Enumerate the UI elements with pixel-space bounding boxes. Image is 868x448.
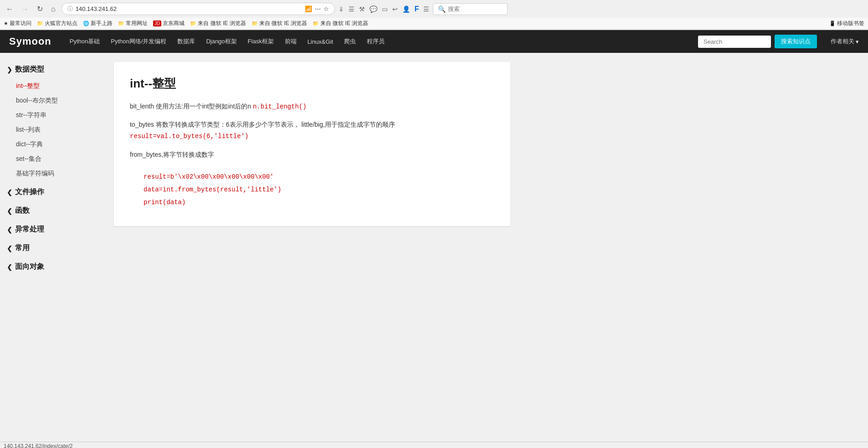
sidebar-item-dict[interactable]: dict--字典 xyxy=(14,137,93,152)
author-label: 作者相关 xyxy=(831,37,854,46)
bookmark-label: 新手上路 xyxy=(91,20,113,27)
to-bytes-text: to_bytes 将数字转换成字节类型：6表示用多少个字节表示， little/… xyxy=(130,121,395,128)
bookmark-ie1[interactable]: 📁 来自 微软 IE 浏览器 xyxy=(190,20,246,27)
sidebar-category-common-title[interactable]: ❮ 常用 xyxy=(7,241,93,256)
browser-actions: ⇓ ☰ ⚒ 💬 ▭ ↩ 👤 F ☰ xyxy=(339,5,430,13)
bit-lenth-text: bit_lenth 使用方法:用一个int型例如int后的n xyxy=(130,103,253,110)
browser-search-bar[interactable]: 🔍 xyxy=(433,3,508,15)
home-button[interactable]: ⌂ xyxy=(49,4,58,14)
category-label: 面向对象 xyxy=(15,262,44,272)
star-icon: ★ xyxy=(4,21,8,26)
sidebar-item-encoding[interactable]: 基础字符编码 xyxy=(14,166,93,181)
profile-icon[interactable]: 👤 xyxy=(402,5,410,13)
content-title: int--整型 xyxy=(130,76,494,92)
arrow-left-icon: ❮ xyxy=(7,189,12,196)
search-button[interactable]: 搜索知识点 xyxy=(775,35,817,48)
nav-django[interactable]: Django框架 xyxy=(201,34,241,49)
menu-icon[interactable]: ☰ xyxy=(423,5,429,13)
sidebar-category-data-types-title[interactable]: ❯ 数据类型 xyxy=(7,62,93,77)
bookmark-label: 来自 微软 IE 浏览器 xyxy=(198,20,246,27)
address-icon: 📶 xyxy=(305,5,312,12)
nav-python-network[interactable]: Python网络/并发编程 xyxy=(106,34,171,49)
category-label: 文件操作 xyxy=(15,187,44,197)
sidebar-item-int[interactable]: int--整型 xyxy=(14,79,93,93)
lock-icon: ⓘ xyxy=(67,5,73,13)
to-bytes-code: result=val.to_bytes(6,'little') xyxy=(130,133,248,140)
browser-search-input[interactable] xyxy=(448,5,503,12)
sidebar-category-oop-title[interactable]: ❮ 面向对象 xyxy=(7,259,93,274)
content-section-from-bytes: from_bytes,将字节转换成数字 xyxy=(130,149,494,160)
status-bar: 140.143.241.62/index/cate/2 xyxy=(0,442,868,448)
sidebar-category-file-ops-title[interactable]: ❮ 文件操作 xyxy=(7,185,93,200)
search-input[interactable] xyxy=(698,36,771,48)
sidebar-category-data-types: ❯ 数据类型 int--整型 bool--布尔类型 str--字符串 list-… xyxy=(7,62,93,181)
sidebar-category-file-ops: ❮ 文件操作 xyxy=(7,185,93,200)
mobile-icon: 📱 xyxy=(829,21,836,26)
reader-icon[interactable]: ▭ xyxy=(382,5,388,13)
sidebar-category-exceptions: ❮ 异常处理 xyxy=(7,222,93,237)
folder-icon: 📁 xyxy=(118,21,124,26)
content-area: int--整型 bit_lenth 使用方法:用一个int型例如int后的n n… xyxy=(100,53,868,442)
bookmark-mobile[interactable]: 📱 移动版书签 xyxy=(829,20,864,27)
nav-database[interactable]: 数据库 xyxy=(173,34,200,49)
arrow-down-icon: ❯ xyxy=(7,66,12,73)
code-line-2: data=int.from_bytes(result,'little') xyxy=(144,183,481,196)
download-icon[interactable]: ⇓ xyxy=(339,5,344,13)
sidebar-category-functions-title[interactable]: ❮ 函数 xyxy=(7,203,93,218)
bookmark-jd[interactable]: JD 京东商城 xyxy=(153,20,185,27)
library-icon[interactable]: ☰ xyxy=(349,5,354,13)
site-search: 搜索知识点 xyxy=(698,35,817,48)
bookmark-firefox[interactable]: 📁 火狐官方站点 xyxy=(37,20,77,27)
bookmark-ie3[interactable]: 📁 来自 微软 IE 浏览器 xyxy=(313,20,368,27)
jd-icon: JD xyxy=(153,21,161,26)
sidebar-item-bool[interactable]: bool--布尔类型 xyxy=(14,93,93,108)
site-header: Symoon Python基础 Python网络/并发编程 数据库 Django… xyxy=(0,30,868,53)
bookmark-label: 火狐官方站点 xyxy=(45,20,77,27)
sidebar-item-list[interactable]: list--列表 xyxy=(14,123,93,137)
browser-chrome: ← → ↻ ⌂ ⓘ 140.143.241.62 📶 ⋯ ☆ ⇓ ☰ ⚒ 💬 ▭… xyxy=(0,0,868,30)
bookmark-most-visited[interactable]: ★ 最常访问 xyxy=(4,20,31,27)
forward-button[interactable]: → xyxy=(19,4,31,14)
arrow-left-icon: ❮ xyxy=(7,207,12,215)
more-icon: ⋯ xyxy=(315,5,321,12)
bookmark-label: 来自 微软 IE 浏览器 xyxy=(320,20,368,27)
refresh-button[interactable]: ↻ xyxy=(35,4,45,14)
chevron-down-icon: ▾ xyxy=(856,38,859,45)
arrow-left-icon: ❮ xyxy=(7,263,12,271)
nav-programmer[interactable]: 程序员 xyxy=(362,34,389,49)
firefox-icon[interactable]: F xyxy=(415,5,419,13)
category-label: 异常处理 xyxy=(15,225,44,234)
bookmarks-bar: ★ 最常访问 📁 火狐官方站点 🌐 新手上路 📁 常用网址 JD 京东商城 📁 … xyxy=(0,18,868,30)
nav-frontend[interactable]: 前端 xyxy=(280,34,301,49)
browser-toolbar: ← → ↻ ⌂ ⓘ 140.143.241.62 📶 ⋯ ☆ ⇓ ☰ ⚒ 💬 ▭… xyxy=(0,0,868,18)
main-container: ❯ 数据类型 int--整型 bool--布尔类型 str--字符串 list-… xyxy=(0,53,868,442)
sidebar-item-str[interactable]: str--字符串 xyxy=(14,108,93,123)
search-magnifier-icon: 🔍 xyxy=(438,5,446,13)
folder-ie-icon: 📁 xyxy=(190,21,196,26)
author-button[interactable]: 作者相关 ▾ xyxy=(831,37,859,46)
back-button[interactable]: ← xyxy=(4,4,15,14)
address-bar[interactable]: ⓘ 140.143.241.62 📶 ⋯ ☆ xyxy=(62,3,335,15)
folder-ie3-icon: 📁 xyxy=(313,21,319,26)
arrow-left-icon: ❮ xyxy=(7,245,12,252)
content-section-bit-lenth: bit_lenth 使用方法:用一个int型例如int后的n n.bit_len… xyxy=(130,101,494,113)
sidebar-category-functions: ❮ 函数 xyxy=(7,203,93,218)
sidebar-item-set[interactable]: set--集合 xyxy=(14,152,93,166)
bookmark-ie2[interactable]: 📁 来自 微软 IE 浏览器 xyxy=(252,20,307,27)
bookmark-common[interactable]: 📁 常用网址 xyxy=(118,20,148,27)
bookmark-newbie[interactable]: 🌐 新手上路 xyxy=(83,20,113,27)
chat-icon[interactable]: 💬 xyxy=(370,5,377,13)
sidebar-category-exceptions-title[interactable]: ❮ 异常处理 xyxy=(7,222,93,237)
site-logo[interactable]: Symoon xyxy=(9,36,51,47)
status-text: 140.143.241.62/index/cate/2 xyxy=(4,443,72,448)
nav-flask[interactable]: Flask框架 xyxy=(243,34,278,49)
sidebar-category-common: ❮ 常用 xyxy=(7,241,93,256)
undo-icon[interactable]: ↩ xyxy=(392,5,398,13)
nav-linux-git[interactable]: Linux&Git xyxy=(303,35,338,49)
addons-icon[interactable]: ⚒ xyxy=(359,5,365,13)
nav-crawler[interactable]: 爬虫 xyxy=(339,34,360,49)
nav-python-basic[interactable]: Python基础 xyxy=(65,34,104,49)
bookmark-label: 常用网址 xyxy=(126,20,148,27)
category-label: 数据类型 xyxy=(15,65,44,74)
sidebar-items-data-types: int--整型 bool--布尔类型 str--字符串 list--列表 dic… xyxy=(7,79,93,181)
